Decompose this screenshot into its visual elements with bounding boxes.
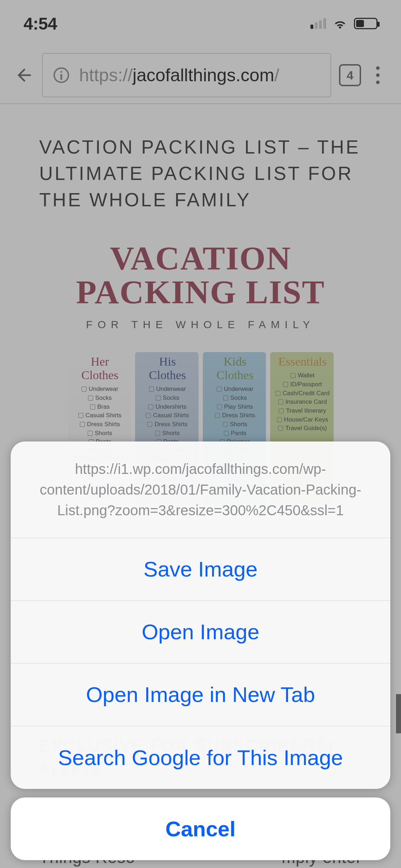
save-image-button[interactable]: Save Image: [11, 538, 390, 601]
open-image-button[interactable]: Open Image: [11, 601, 390, 663]
search-google-image-button[interactable]: Search Google for This Image: [11, 726, 390, 789]
sheet-url-text: https://i1.wp.com/jacofallthings.com/wp-…: [25, 459, 376, 521]
sheet-header: https://i1.wp.com/jacofallthings.com/wp-…: [11, 441, 390, 538]
open-image-new-tab-button[interactable]: Open Image in New Tab: [11, 663, 390, 726]
action-sheet: https://i1.wp.com/jacofallthings.com/wp-…: [11, 441, 390, 860]
action-sheet-card: https://i1.wp.com/jacofallthings.com/wp-…: [11, 441, 390, 789]
cancel-button[interactable]: Cancel: [11, 797, 390, 860]
